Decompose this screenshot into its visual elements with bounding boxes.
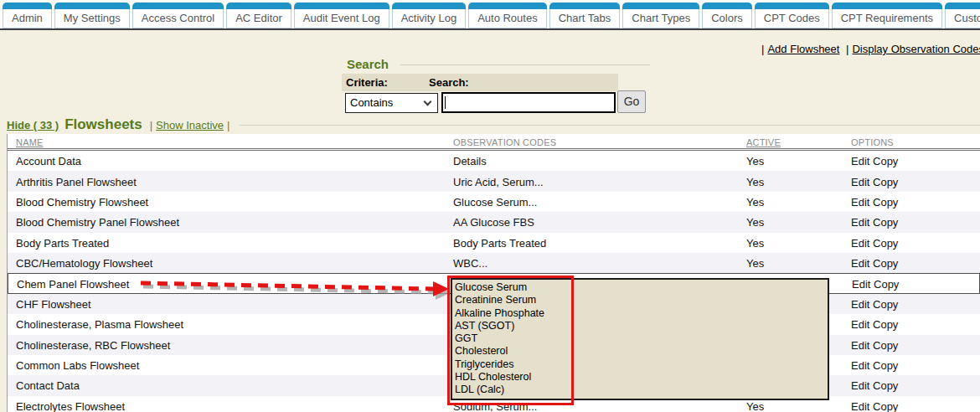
list-item: GGT (455, 332, 828, 345)
table-row[interactable]: CBC/Hematology Flowsheet WBC... Yes Edit… (8, 253, 980, 273)
tab-accent-bar (755, 3, 829, 9)
options-cell[interactable]: Edit Copy (851, 338, 898, 351)
options-cell[interactable]: Edit Copy (851, 175, 898, 188)
flowsheet-name-cell: Arthritis Panel Flowsheet (16, 175, 137, 188)
list-item: HDL Cholesterol (455, 371, 828, 384)
tab-label: My Settings (54, 9, 130, 28)
active-cell: Yes (746, 236, 764, 249)
options-cell[interactable]: Edit Copy (851, 399, 898, 412)
tab-my-settings[interactable]: My Settings (54, 3, 130, 28)
flowsheets-admin-page: { "tabs": ["Admin", "My Settings", "Acce… (0, 0, 980, 412)
top-tab-bar: Admin My Settings Access Control AC Edit… (0, 0, 980, 30)
flowsheet-name-cell: CBC/Hematology Flowsheet (16, 257, 152, 270)
observation-codes-cell: Glucose Serum... (453, 195, 537, 208)
tab-chart-types[interactable]: Chart Types (622, 3, 699, 28)
active-cell: Yes (746, 257, 764, 270)
tab-audit-event-log[interactable]: Audit Event Log (294, 3, 389, 28)
active-cell: Yes (746, 195, 764, 208)
observation-codes-cell: Body Parts Treated (453, 236, 546, 249)
list-item: Creatinine Serum (455, 294, 828, 306)
tab-cpt-requirements[interactable]: CPT Requirements (832, 3, 942, 28)
list-item: LDL (Calc) (455, 384, 828, 396)
table-row[interactable]: Account Data Details Yes Edit Copy (8, 151, 980, 171)
options-cell[interactable]: Edit Copy (851, 297, 898, 310)
options-cell[interactable]: Edit Copy (851, 195, 898, 208)
options-cell[interactable]: Edit Copy (851, 257, 898, 270)
active-cell: Yes (746, 216, 764, 229)
tab-label: CPT Requirements (832, 9, 942, 28)
options-cell[interactable]: Edit Copy (852, 277, 899, 290)
column-header-name[interactable]: NAME (16, 137, 44, 147)
title-separator: | (227, 119, 230, 131)
tab-ac-editor[interactable]: AC Editor (226, 3, 291, 28)
title-separator: | (150, 119, 152, 131)
tab-accent-bar (3, 3, 52, 9)
table-row[interactable]: Blood Chemistry Panel Flowsheet AA Gluco… (8, 212, 980, 232)
fieldset-rule (400, 64, 650, 65)
tab-accent-bar (392, 3, 466, 9)
options-cell[interactable]: Edit Copy (851, 318, 898, 331)
options-cell[interactable]: Edit Copy (851, 236, 898, 249)
list-item: Triglycerides (455, 358, 828, 371)
flowsheet-name-cell: Chem Panel Flowsheet (17, 277, 129, 290)
show-inactive-link[interactable]: Show Inactive (156, 119, 224, 131)
options-cell[interactable]: Edit Copy (851, 155, 898, 167)
tab-accent-bar (226, 3, 291, 9)
tab-label: Colors (702, 9, 752, 28)
hide-count-link[interactable]: Hide ( 33 ) (7, 119, 59, 131)
search-legend: Search (347, 57, 389, 71)
tab-access-control[interactable]: Access Control (132, 3, 224, 28)
tab-cpt-codes[interactable]: CPT Codes (755, 3, 829, 28)
options-cell[interactable]: Edit Copy (851, 379, 898, 392)
tab-label: Audit Event Log (294, 9, 389, 28)
table-row[interactable]: Arthritis Panel Flowsheet Uric Acid, Ser… (8, 171, 980, 191)
text-caret (445, 96, 446, 109)
flowsheet-name-cell: Cholinesterase, RBC Flowsheet (16, 338, 170, 351)
flowsheet-name-cell: Blood Chemistry Flowsheet (16, 195, 148, 208)
flowsheet-name-cell: Account Data (16, 155, 81, 167)
table-row[interactable]: Body Parts Treated Body Parts Treated Ye… (8, 233, 980, 253)
column-header-active[interactable]: ACTIVE (746, 137, 781, 147)
active-cell: Yes (746, 399, 764, 412)
tab-label: AC Editor (226, 9, 291, 28)
column-header-observation-codes: OBSERVATION CODES (453, 137, 556, 147)
column-header-options: OPTIONS (851, 137, 894, 147)
options-cell[interactable]: Edit Copy (851, 359, 898, 372)
tab-label: CPT Codes (755, 9, 829, 28)
add-flowsheet-link[interactable]: Add Flowsheet (767, 43, 839, 55)
tab-label: Auto Routes (468, 9, 547, 28)
flowsheet-name-cell: CHF Flowsheet (16, 297, 91, 310)
link-separator: | (758, 43, 767, 55)
tab-accent-bar (945, 3, 980, 9)
observation-codes-cell: Uric Acid, Serum... (453, 175, 544, 188)
list-item: AST (SGOT) (455, 320, 828, 332)
go-button[interactable]: Go (617, 90, 646, 113)
flowsheet-name-cell: Cholinesterase, Plasma Flowsheet (16, 318, 183, 331)
tab-label: Custom Pharmacy (945, 9, 980, 28)
tab-auto-routes[interactable]: Auto Routes (468, 3, 547, 28)
tab-activity-log[interactable]: Activity Log (392, 3, 466, 28)
observation-codes-popup: Glucose Serum Creatinine Serum Alkaline … (451, 278, 829, 400)
active-cell: Yes (746, 175, 764, 188)
tab-chart-tabs[interactable]: Chart Tabs (549, 3, 621, 28)
observation-codes-cell: WBC... (453, 257, 487, 270)
search-input[interactable] (441, 92, 616, 113)
list-item: Glucose Serum (455, 281, 828, 294)
observation-codes-cell: Sodium, Serum... (453, 399, 537, 412)
display-observation-codes-link[interactable]: Display Observation Codes (852, 43, 980, 55)
tab-custom-pharmacy[interactable]: Custom Pharmacy (945, 3, 980, 28)
link-separator: | (843, 43, 852, 55)
list-item: Cholesterol (455, 345, 828, 358)
options-cell[interactable]: Edit Copy (851, 216, 898, 229)
tab-colors[interactable]: Colors (702, 3, 752, 28)
tab-accent-bar (702, 3, 752, 9)
table-row[interactable]: Blood Chemistry Flowsheet Glucose Serum.… (8, 192, 980, 212)
tab-admin[interactable]: Admin (3, 3, 52, 28)
fieldset-rule (240, 125, 980, 126)
tab-accent-bar (132, 3, 224, 9)
tab-accent-bar (832, 3, 942, 9)
search-fieldset: Search Criteria: Search: Contains Go (342, 57, 650, 112)
criteria-select[interactable]: Contains (345, 93, 438, 113)
search-label: Search: (429, 76, 469, 89)
tab-accent-bar (294, 3, 389, 9)
